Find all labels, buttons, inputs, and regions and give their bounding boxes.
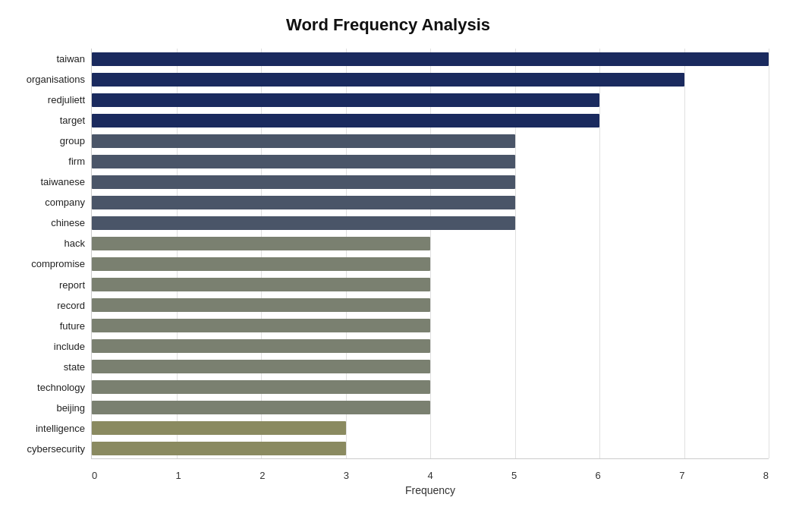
bar-row (92, 379, 769, 395)
bar-row (92, 51, 769, 68)
y-label: include (54, 342, 85, 351)
y-label: technology (37, 382, 85, 392)
x-tick: 3 (344, 470, 349, 481)
bar (92, 93, 599, 107)
bar (92, 114, 599, 127)
chart-container: Word Frequency Analysis taiwanorganisati… (0, 0, 799, 532)
y-label: chinese (51, 218, 85, 228)
bar (92, 175, 515, 189)
bar (92, 278, 430, 291)
bar (92, 339, 430, 353)
bar (92, 155, 515, 168)
bar-row (92, 235, 769, 252)
x-axis-label: Frequency (405, 484, 455, 496)
bar (92, 319, 430, 332)
bar-row (92, 71, 769, 88)
x-tick: 5 (511, 470, 517, 481)
x-tick: 0 (92, 470, 97, 481)
y-label: intelligence (36, 423, 85, 433)
x-tick: 8 (763, 470, 769, 481)
bar-row (92, 440, 769, 457)
bar-row (92, 317, 769, 334)
bar (92, 380, 430, 394)
y-label: company (45, 197, 85, 207)
y-label: hack (64, 238, 85, 248)
y-label: report (59, 280, 85, 290)
y-label: beijing (56, 403, 85, 413)
y-label: target (60, 115, 85, 125)
bar (92, 421, 346, 435)
bars-area: 012345678 Frequency (91, 49, 769, 459)
y-label: group (60, 136, 85, 146)
x-tick: 1 (176, 470, 181, 481)
y-label: redjuliett (48, 95, 85, 105)
x-tick: 7 (679, 470, 684, 481)
chart-area: taiwanorganisationsredjulietttargetgroup… (8, 49, 769, 459)
x-tick: 4 (427, 470, 433, 481)
bar-row (92, 153, 769, 170)
bar (92, 52, 769, 66)
y-label: taiwanese (40, 177, 85, 187)
bar-row (92, 215, 769, 231)
bar-row (92, 420, 769, 436)
y-label: future (60, 321, 85, 331)
bar (92, 196, 515, 209)
y-label: taiwan (56, 54, 85, 64)
bar-row (92, 358, 769, 375)
x-axis: 012345678 (92, 470, 769, 481)
bar-row (92, 338, 769, 354)
bar (92, 216, 515, 230)
bar-row (92, 194, 769, 211)
y-label: firm (68, 156, 85, 166)
bar-row (92, 92, 769, 109)
bar-row (92, 276, 769, 293)
y-label: compromise (31, 259, 85, 269)
y-label: record (57, 301, 85, 310)
bar-row (92, 133, 769, 150)
bar-row (92, 399, 769, 416)
y-label: organisations (27, 74, 85, 84)
bar (92, 401, 430, 414)
bar-row (92, 174, 769, 190)
x-tick: 6 (596, 470, 601, 481)
bar (92, 298, 430, 312)
x-tick: 2 (260, 470, 265, 481)
bar (92, 257, 430, 271)
y-label: state (64, 362, 85, 372)
y-labels: taiwanorganisationsredjulietttargetgroup… (8, 49, 91, 459)
bar (92, 360, 430, 373)
bar-row (92, 297, 769, 313)
bar (92, 237, 430, 250)
grid-line (769, 49, 769, 458)
bar (92, 442, 346, 455)
y-label: cybersecurity (27, 444, 85, 454)
bar (92, 73, 684, 87)
bar-row (92, 112, 769, 129)
bar-row (92, 256, 769, 272)
bar (92, 134, 515, 148)
chart-title: Word Frequency Analysis (8, 15, 769, 35)
